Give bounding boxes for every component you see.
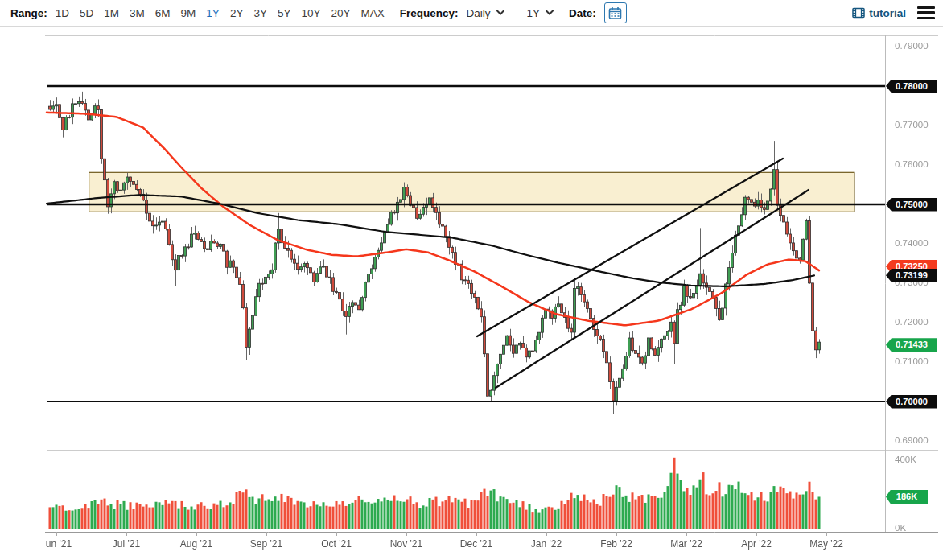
chevron-down-icon <box>496 10 505 16</box>
range-option-10y[interactable]: 10Y <box>301 7 320 19</box>
price-badge: 0.78000 <box>886 80 937 93</box>
price-chart-canvas[interactable] <box>0 27 943 560</box>
chevron-down-icon <box>545 10 554 16</box>
tutorial-label: tutorial <box>869 7 906 19</box>
y-axis-tick-label: 0.69000 <box>895 435 929 445</box>
range-option-20y[interactable]: 20Y <box>331 7 350 19</box>
film-icon <box>852 7 865 19</box>
y-axis-tick-label: 0.72000 <box>895 317 929 327</box>
price-badge: 0.75000 <box>886 198 937 212</box>
toolbar: Range: 1D5D1M3M6M9M1Y2Y3Y5Y10Y20YMAX Fre… <box>0 0 943 27</box>
range-option-3y[interactable]: 3Y <box>253 7 267 19</box>
frequency-value: Daily <box>467 7 491 19</box>
range-option-1m[interactable]: 1M <box>104 7 119 19</box>
interval-value: 1Y <box>527 7 541 19</box>
range-option-1y[interactable]: 1Y <box>206 7 220 19</box>
range-option-5y[interactable]: 5Y <box>278 7 291 19</box>
date-picker-button[interactable] <box>604 2 627 23</box>
y-axis-tick-label: 0.71000 <box>895 356 929 366</box>
volume-badge: 186K <box>886 490 928 504</box>
frequency-dropdown[interactable]: Daily <box>467 7 505 19</box>
hamburger-menu-button[interactable] <box>917 6 935 19</box>
price-badge: 0.73199 <box>886 269 937 282</box>
tutorial-link[interactable]: tutorial <box>852 7 906 19</box>
volume-axis-tick-label: 400K <box>895 455 916 464</box>
volume-axis-tick-label: 0K <box>895 523 906 533</box>
interval-dropdown[interactable]: 1Y <box>527 7 555 19</box>
price-badge: 0.70000 <box>886 395 937 409</box>
range-option-2y[interactable]: 2Y <box>230 7 244 19</box>
price-badge: 0.71433 <box>886 338 937 352</box>
frequency-label: Frequency: <box>400 7 459 19</box>
range-option-6m[interactable]: 6M <box>155 7 171 19</box>
date-label: Date: <box>569 7 596 19</box>
hamburger-icon <box>917 6 935 9</box>
range-label: Range: <box>10 7 47 19</box>
range-selector: 1D5D1M3M6M9M1Y2Y3Y5Y10Y20YMAX <box>56 7 395 19</box>
range-option-5d[interactable]: 5D <box>80 7 93 19</box>
charting-app: Range: 1D5D1M3M6M9M1Y2Y3Y5Y10Y20YMAX Fre… <box>0 0 943 560</box>
y-axis-tick-label: 0.76000 <box>895 159 929 169</box>
range-option-max[interactable]: MAX <box>360 7 384 19</box>
range-option-1d[interactable]: 1D <box>56 7 69 19</box>
toolbar-divider <box>517 5 517 21</box>
calendar-icon <box>608 6 622 20</box>
y-axis-tick-label: 0.79000 <box>895 41 929 51</box>
y-axis-tick-label: 0.77000 <box>895 120 929 130</box>
y-axis-tick-label: 0.74000 <box>895 238 929 248</box>
range-option-9m[interactable]: 9M <box>181 7 196 19</box>
range-option-3m[interactable]: 3M <box>130 7 145 19</box>
